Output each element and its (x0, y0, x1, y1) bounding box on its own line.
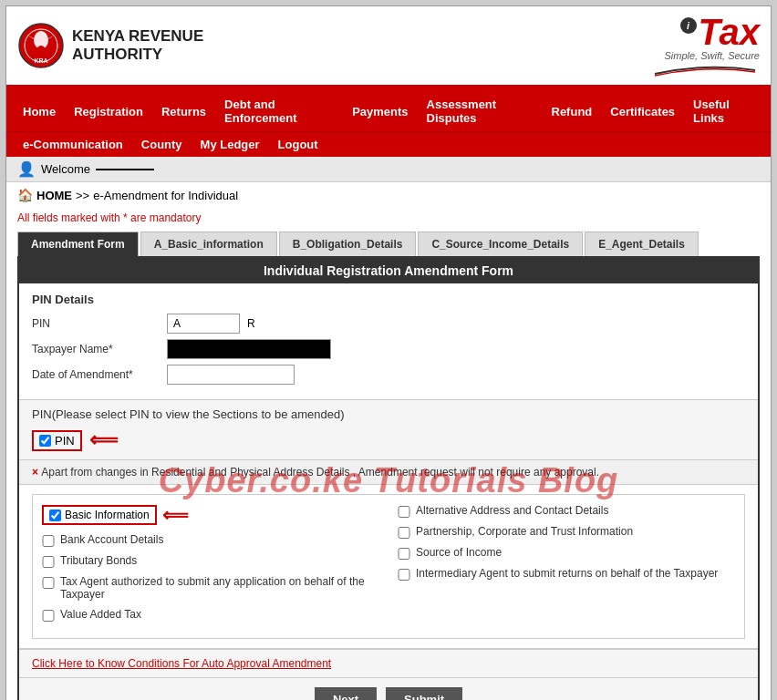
nav-registration[interactable]: Registration (65, 98, 152, 125)
breadcrumb-separator: >> (76, 189, 89, 202)
taxpayer-label: Taxpayer Name* (32, 343, 160, 355)
tax-agent-checkbox[interactable] (42, 577, 55, 589)
nav-assessment[interactable]: Assessment Disputes (418, 91, 543, 131)
user-icon: 👤 (17, 160, 36, 178)
svg-text:KRA: KRA (34, 57, 47, 64)
alt-address-label: Alternative Address and Contact Details (416, 504, 608, 517)
checkbox-bank-row: Bank Account Details (42, 533, 379, 547)
vat-label: Value Added Tax (60, 608, 141, 621)
date-row: Date of Amendment* (32, 365, 745, 385)
kra-emblem: KRA (17, 22, 65, 69)
nav-returns[interactable]: Returns (152, 98, 215, 125)
breadcrumb-current: e-Amendment for Individual (93, 189, 238, 202)
pin-arrow: ⟸ (89, 428, 119, 452)
notice-text: Apart from changes in Residential and Ph… (41, 466, 599, 479)
tributary-checkbox[interactable] (42, 556, 55, 568)
tab-source-income[interactable]: C_Source_Income_Details (418, 232, 583, 256)
pin-section-label: PIN(Please select PIN to view the Sectio… (32, 407, 745, 421)
source-income-label: Source of Income (416, 546, 502, 559)
vat-checkbox[interactable] (42, 610, 55, 622)
checkbox-source-income-row: Source of Income (398, 546, 735, 560)
itax-tagline: Simple, Swift, Secure (664, 50, 760, 61)
bank-checkbox[interactable] (42, 535, 55, 547)
pin-checkbox[interactable] (39, 435, 51, 447)
intermediary-label: Intermediary Agent to submit returns on … (416, 567, 718, 580)
form-container: Individual Registration Amendment Form C… (17, 256, 760, 700)
kra-name-line2: AUTHORITY (72, 46, 203, 64)
tax-agent-label: Tax Agent authorized to submit any appli… (60, 575, 379, 601)
basic-info-checkbox[interactable] (49, 510, 61, 521)
basic-info-arrow-icon: ⟸ (162, 505, 189, 525)
date-input[interactable] (167, 365, 295, 385)
auto-approval-link[interactable]: Click Here to Know Conditions For Auto A… (19, 648, 758, 677)
basic-info-box: Basic Information (42, 505, 157, 525)
nav-certificates[interactable]: Certificates (601, 98, 684, 125)
notice-bar: Apart from changes in Residential and Ph… (19, 460, 758, 485)
checkbox-partnership-row: Partnership, Corporate and Trust Informa… (398, 525, 735, 539)
form-inner: Cyber.co.ke Tutorials Blog PIN Details P… (19, 283, 758, 677)
itax-i-icon: i (680, 17, 697, 34)
submit-button[interactable]: Submit (386, 687, 462, 700)
breadcrumb-home[interactable]: HOME (36, 189, 72, 202)
nav-debt[interactable]: Debt and Enforcement (215, 91, 343, 131)
pin-details-title: PIN Details (32, 293, 745, 306)
checkbox-tributary-row: Tributary Bonds (42, 554, 379, 568)
tab-agent[interactable]: E_Agent_Details (585, 232, 699, 256)
pin-checkbox-box: PIN (32, 430, 82, 451)
partnership-checkbox[interactable] (398, 527, 410, 539)
partnership-label: Partnership, Corporate and Trust Informa… (416, 525, 633, 538)
itax-brand: Tax (699, 14, 760, 50)
breadcrumb: 🏠 HOME >> e-Amendment for Individual (6, 182, 771, 208)
kra-name-line1: KENYA REVENUE (72, 27, 203, 46)
pin-input[interactable] (167, 314, 240, 334)
tabs: Amendment Form A_Basic_information B_Obl… (6, 232, 771, 256)
checkbox-tax-agent-row: Tax Agent authorized to submit any appli… (42, 575, 379, 601)
basic-info-label: Basic Information (65, 509, 150, 521)
nav-ecomm[interactable]: e-Communication (14, 132, 132, 157)
nav-refund[interactable]: Refund (543, 98, 602, 125)
next-button[interactable]: Next (315, 687, 377, 700)
kra-logo: KRA KENYA REVENUE AUTHORITY (17, 22, 203, 69)
basic-info-arrow: ⟸ (162, 504, 189, 526)
checkbox-intermediary-row: Intermediary Agent to submit returns on … (398, 567, 735, 581)
welcome-bar: 👤 Welcome (6, 157, 771, 182)
nav-payments[interactable]: Payments (343, 98, 417, 125)
nav-useful[interactable]: Useful Links (684, 91, 763, 131)
date-label: Date of Amendment* (32, 368, 160, 381)
svg-point-5 (36, 46, 46, 57)
alt-address-checkbox[interactable] (398, 506, 410, 518)
pin-checkbox-label: PIN (55, 434, 75, 448)
welcome-label: Welcome (41, 162, 90, 176)
pin-checkbox-section: PIN(Please select PIN to view the Sectio… (19, 400, 758, 460)
welcome-username (96, 169, 154, 170)
source-income-checkbox[interactable] (398, 548, 410, 560)
checkbox-vat-row: Value Added Tax (42, 608, 379, 622)
checkbox-alt-address-row: Alternative Address and Contact Details (398, 504, 735, 518)
nav-logout[interactable]: Logout (269, 132, 327, 157)
tab-basic[interactable]: A_Basic_information (140, 232, 277, 256)
arrow-icon: ⟸ (89, 428, 119, 452)
tab-amendment[interactable]: Amendment Form (17, 232, 139, 256)
tab-obligation[interactable]: B_Obligation_Details (279, 232, 417, 256)
pin-row: PIN R (32, 314, 745, 334)
taxpayer-input[interactable] (167, 339, 331, 359)
header: KRA KENYA REVENUE AUTHORITY i Tax Simple… (6, 6, 771, 88)
nav-secondary: e-Communication County My Ledger Logout (6, 131, 771, 157)
pin-details-section: PIN Details PIN R Taxpayer Name* Date of… (19, 283, 758, 400)
intermediary-checkbox[interactable] (398, 569, 410, 581)
nav-county[interactable]: County (132, 132, 192, 157)
checkboxes-left: Basic Information ⟸ Bank Account Details (42, 504, 379, 629)
kra-name-text: KENYA REVENUE AUTHORITY (72, 27, 203, 65)
checkboxes-right: Alternative Address and Contact Details … (398, 504, 735, 629)
checkbox-basic-info-row: Basic Information ⟸ (42, 504, 379, 526)
bottom-buttons: Next Submit (19, 677, 758, 700)
home-icon: 🏠 (17, 188, 33, 202)
itax-swish (650, 61, 760, 77)
nav-primary: Home Registration Returns Debt and Enfor… (6, 91, 771, 131)
form-title: Individual Registration Amendment Form (19, 258, 758, 283)
nav-home[interactable]: Home (14, 98, 65, 125)
bank-label: Bank Account Details (60, 533, 163, 546)
nav-ledger[interactable]: My Ledger (192, 132, 269, 157)
pin-label: PIN (32, 317, 160, 330)
pin-suffix: R (247, 317, 255, 330)
